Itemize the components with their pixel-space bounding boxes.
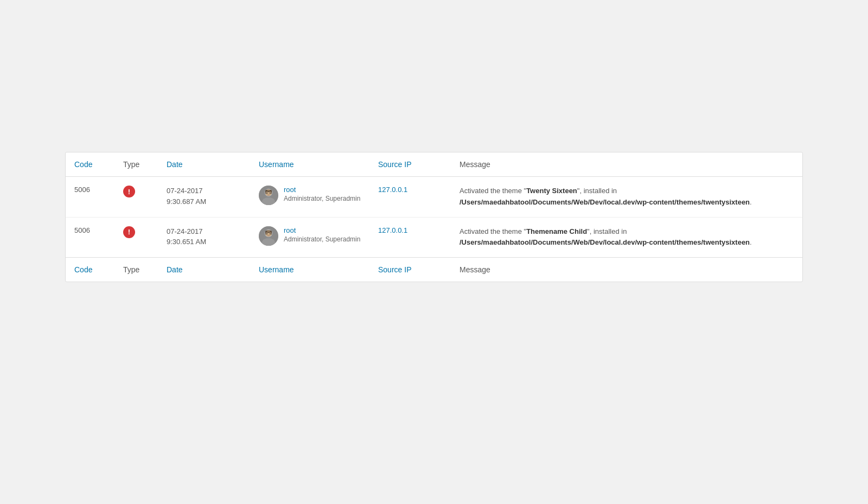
username-info-2: root Administrator, Superadmin [284,226,360,243]
theme-path-1: /Users/maedahbatool/Documents/Web/Dev/lo… [459,198,750,206]
table-header-row: Code Type Date Username Source IP Messag… [66,152,802,177]
svg-point-7 [270,193,271,194]
cell-code-2: 5006 [66,217,114,258]
svg-point-6 [266,193,267,194]
cell-ip-2: 127.0.0.1 [369,217,451,258]
header-username[interactable]: Username [250,152,369,177]
header-source-ip[interactable]: Source IP [369,152,451,177]
ip-link-2[interactable]: 127.0.0.1 [378,226,407,234]
table-row: 5006 ! 07-24-2017 9:30.651 AM [66,217,802,258]
cell-message-1: Activated the theme "Twenty Sixteen", in… [451,177,802,218]
header-date[interactable]: Date [158,152,250,177]
username-role-2: Administrator, Superadmin [284,235,360,243]
footer-username[interactable]: Username [250,258,369,282]
error-icon-2: ! [123,226,135,238]
footer-source-ip[interactable]: Source IP [369,258,451,282]
header-type: Type [114,152,158,177]
log-table: Code Type Date Username Source IP Messag… [66,152,802,282]
cell-message-2: Activated the theme "Themename Child", i… [451,217,802,258]
cell-username-2: root Administrator, Superadmin [250,217,369,258]
username-info-1: root Administrator, Superadmin [284,186,360,202]
avatar-1 [259,186,278,205]
theme-path-2: /Users/maedahbatool/Documents/Web/Dev/lo… [459,238,750,246]
footer-code[interactable]: Code [66,258,114,282]
avatar-2 [259,226,278,246]
cell-ip-1: 127.0.0.1 [369,177,451,218]
log-table-container: Code Type Date Username Source IP Messag… [65,152,803,282]
cell-username-1: root Administrator, Superadmin [250,177,369,218]
cell-type-2: ! [114,217,158,258]
footer-type: Type [114,258,158,282]
cell-type-1: ! [114,177,158,218]
theme-name-2: Themename Child [526,227,587,235]
error-icon-1: ! [123,186,135,197]
avatar-image-1 [259,186,278,205]
svg-point-15 [270,233,271,234]
cell-date-1: 07-24-2017 9:30.687 AM [158,177,250,218]
theme-name-1: Twenty Sixteen [526,187,577,195]
header-code[interactable]: Code [66,152,114,177]
ip-link-1[interactable]: 127.0.0.1 [378,186,407,194]
cell-date-2: 07-24-2017 9:30.651 AM [158,217,250,258]
header-message: Message [451,152,802,177]
table-row: 5006 ! 07-24-2017 9:30.687 AM [66,177,802,218]
username-role-1: Administrator, Superadmin [284,195,360,202]
footer-message: Message [451,258,802,282]
table-footer-row: Code Type Date Username Source IP Messag… [66,258,802,282]
svg-point-14 [266,233,267,234]
cell-code-1: 5006 [66,177,114,218]
footer-date[interactable]: Date [158,258,250,282]
username-link-2[interactable]: root [284,226,360,234]
avatar-image-2 [259,226,278,246]
username-link-1[interactable]: root [284,186,360,194]
